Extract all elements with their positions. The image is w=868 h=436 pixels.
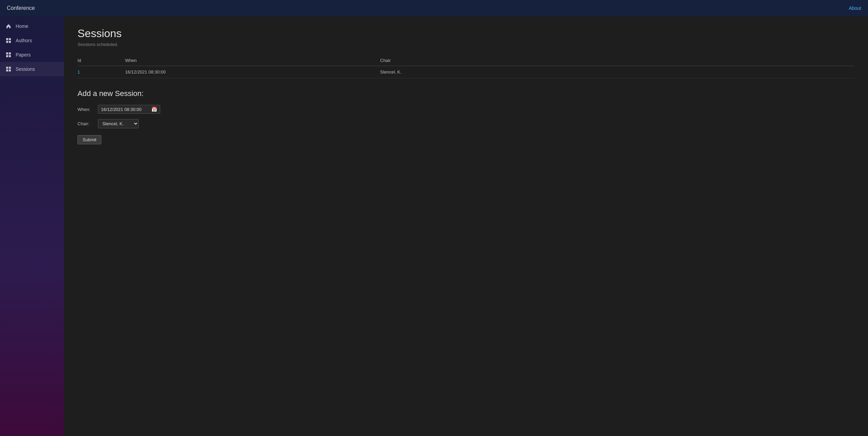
datetime-input-wrapper[interactable]: 📅 [98,105,160,114]
sidebar-item-papers[interactable]: Papers [0,48,64,62]
main-content: Sessions Sessions scheduled. Id When Cha… [64,16,868,436]
table-row: 1 16/12/2021 08:30:00 Stencel, K. [78,66,854,78]
chair-select[interactable]: Stencel, K. [98,119,139,128]
sidebar-item-sessions[interactable]: Sessions [0,62,64,76]
form-row-when: When: 📅 [78,105,854,114]
col-when: When [125,55,380,66]
sidebar-item-papers-label: Papers [16,52,31,58]
cell-id: 1 [78,66,125,78]
layout: Home Authors Papers [0,16,868,436]
session-id-link[interactable]: 1 [78,69,80,75]
form-title: Add a new Session: [78,89,854,98]
col-chair: Chair [380,55,854,66]
about-link[interactable]: About [849,5,861,11]
home-icon [5,23,12,29]
cell-chair: Stencel, K. [380,66,854,78]
sessions-table: Id When Chair 1 16/12/2021 08:30:00 Sten… [78,55,854,78]
sidebar: Home Authors Papers [0,16,64,436]
table-header: Id When Chair [78,55,854,66]
grid-icon-papers [5,52,12,58]
table-body: 1 16/12/2021 08:30:00 Stencel, K. [78,66,854,78]
form-row-submit: Submit [78,134,854,144]
grid-icon-authors [5,37,12,44]
sidebar-item-home-label: Home [16,23,28,29]
cell-when: 16/12/2021 08:30:00 [125,66,380,78]
when-input[interactable] [101,107,149,112]
page-subtitle: Sessions scheduled. [78,42,854,47]
grid-icon-sessions [5,66,12,72]
navbar-brand: Conference [7,5,35,11]
sidebar-item-home[interactable]: Home [0,19,64,33]
when-label: When: [78,107,95,112]
calendar-icon[interactable]: 📅 [151,107,157,112]
col-id: Id [78,55,125,66]
submit-button[interactable]: Submit [78,135,101,144]
form-row-chair: Chair: Stencel, K. [78,119,854,128]
chair-label: Chair: [78,121,95,126]
sidebar-item-authors[interactable]: Authors [0,33,64,48]
page-title: Sessions [78,27,854,40]
sidebar-item-authors-label: Authors [16,38,32,43]
sidebar-item-sessions-label: Sessions [16,66,35,72]
navbar: Conference About [0,0,868,16]
